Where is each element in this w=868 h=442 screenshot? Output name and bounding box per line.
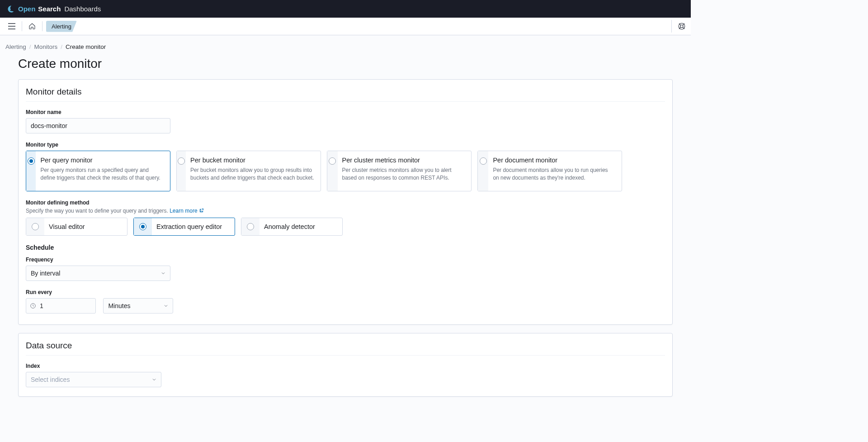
breadcrumb-sep: / (29, 43, 31, 50)
hamburger-icon (8, 23, 15, 29)
card-title: Per query monitor (40, 157, 164, 164)
monitor-type-per-query[interactable]: Per query monitor Per query monitors run… (26, 151, 170, 191)
run-every-value-field[interactable] (26, 298, 96, 314)
radio-icon (247, 223, 254, 230)
panel-title-monitor-details: Monitor details (26, 87, 665, 102)
nav-toggle-button[interactable] (5, 20, 18, 33)
radio-icon (480, 157, 487, 165)
app-header: OpenSearch Dashboards (0, 0, 691, 18)
card-title: Extraction query editor (156, 223, 222, 230)
card-title: Per document monitor (493, 157, 615, 164)
svg-point-1 (680, 25, 683, 28)
label-monitor-type: Monitor type (26, 142, 665, 148)
schedule-heading: Schedule (26, 244, 665, 251)
radio-icon (329, 157, 336, 165)
radio-icon (178, 157, 185, 165)
card-desc: Per cluster metrics monitors allow you t… (342, 166, 465, 182)
breadcrumb: Alerting / Monitors / Create monitor (5, 41, 685, 57)
card-desc: Per query monitors run a specified query… (40, 166, 164, 182)
hint-text: Specify the way you want to define your … (26, 208, 170, 214)
page-content: Alerting / Monitors / Create monitor Cre… (0, 35, 691, 423)
breadcrumb-sep: / (61, 43, 62, 50)
home-icon (28, 23, 36, 30)
help-button[interactable] (677, 22, 686, 31)
card-title: Per cluster metrics monitor (342, 157, 465, 164)
home-button[interactable] (26, 20, 38, 33)
monitor-name-field[interactable] (26, 118, 170, 133)
monitor-type-per-cluster-metrics[interactable]: Per cluster metrics monitor Per cluster … (327, 151, 472, 191)
run-every-unit-select[interactable]: Minutes (103, 298, 173, 314)
monitor-type-per-document[interactable]: Per document monitor Per document monito… (477, 151, 622, 191)
panel-monitor-details: Monitor details Monitor name Monitor typ… (18, 79, 673, 325)
radio-icon (139, 223, 146, 230)
index-select[interactable]: Select indices (26, 372, 161, 387)
card-desc: Per document monitors allow you to run q… (493, 166, 615, 182)
divider (22, 21, 22, 31)
frequency-select[interactable]: By interval (26, 266, 170, 281)
learn-more-link[interactable]: Learn more (170, 208, 204, 214)
frequency-value: By interval (31, 270, 60, 277)
external-link-icon (199, 208, 204, 213)
clock-icon (30, 303, 36, 309)
label-monitor-name: Monitor name (26, 109, 665, 115)
index-placeholder: Select indices (31, 376, 70, 383)
card-title: Anomaly detector (264, 223, 315, 230)
hint-defining-method: Specify the way you want to define your … (26, 208, 665, 214)
method-extraction-query-editor[interactable]: Extraction query editor (133, 218, 235, 236)
breadcrumb-monitors[interactable]: Monitors (34, 43, 58, 50)
card-title: Visual editor (49, 223, 85, 230)
context-crumb-alerting[interactable]: Alerting (46, 21, 77, 32)
brand-open: Open (18, 5, 35, 13)
method-visual-editor[interactable]: Visual editor (26, 218, 127, 236)
monitor-type-options: Per query monitor Per query monitors run… (26, 151, 665, 191)
radio-icon (28, 157, 35, 165)
breadcrumb-current: Create monitor (66, 43, 106, 50)
context-crumb-label: Alerting (52, 23, 71, 30)
learn-more-label: Learn more (170, 208, 197, 214)
label-index: Index (26, 363, 665, 369)
main-viewport[interactable]: OpenSearch Dashboards Alerting Alerting … (0, 0, 691, 442)
brand-dashboards: Dashboards (64, 5, 101, 13)
brand-search: Search (38, 5, 61, 13)
panel-data-source: Data source Index Select indices (18, 333, 673, 397)
label-frequency: Frequency (26, 257, 665, 263)
card-desc: Per bucket monitors allow you to group r… (190, 166, 314, 182)
radio-icon (32, 223, 39, 230)
defining-method-options: Visual editor Extraction query editor An… (26, 218, 665, 236)
panel-title-data-source: Data source (26, 341, 665, 356)
opensearch-logo-icon (7, 5, 15, 13)
brand-logo[interactable]: OpenSearch Dashboards (7, 5, 101, 13)
monitor-type-per-bucket[interactable]: Per bucket monitor Per bucket monitors a… (176, 151, 321, 191)
page-title: Create monitor (5, 57, 685, 79)
card-title: Per bucket monitor (190, 157, 314, 164)
label-defining-method: Monitor defining method (26, 200, 665, 206)
method-anomaly-detector[interactable]: Anomaly detector (241, 218, 343, 236)
lifebuoy-icon (678, 22, 686, 30)
breadcrumb-alerting[interactable]: Alerting (5, 43, 26, 50)
sub-toolbar: Alerting (0, 18, 691, 35)
divider (42, 21, 42, 31)
run-every-unit-value: Minutes (108, 302, 130, 309)
label-run-every: Run every (26, 289, 665, 295)
